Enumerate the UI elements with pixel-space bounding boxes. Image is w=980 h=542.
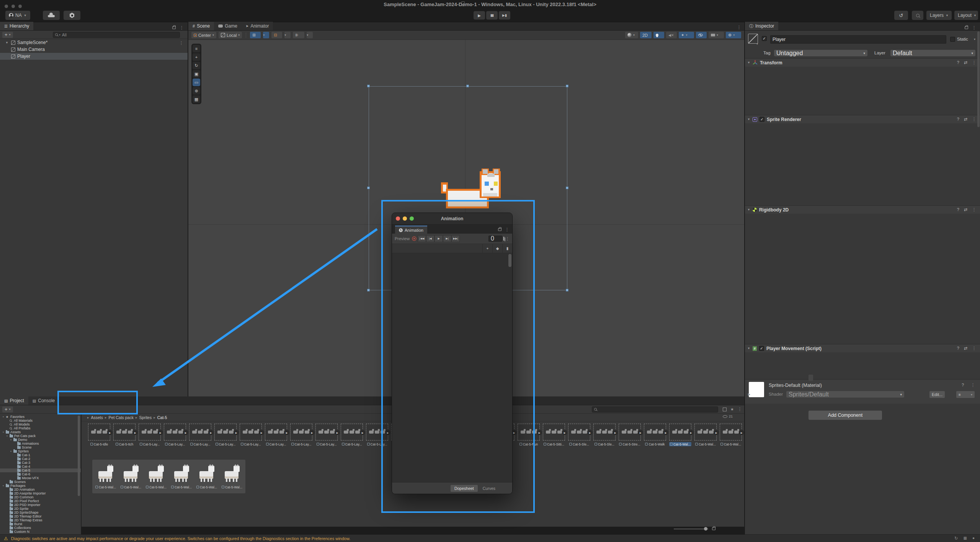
presets-icon[interactable]: ⇄ bbox=[964, 60, 967, 65]
hierarchy-add-button[interactable]: +▾ bbox=[2, 32, 13, 38]
hierarchy-item[interactable]: Player bbox=[0, 53, 188, 60]
sprite-frame-thumbnail[interactable] bbox=[198, 461, 215, 483]
rigidbody2d-header[interactable]: ▼ Rigidbody 2D ?⇄⋮ bbox=[745, 205, 980, 214]
sprite-sheet-item[interactable]: ▶ Cat-5-Wal... bbox=[694, 424, 717, 446]
static-dropdown[interactable]: ▾ bbox=[974, 38, 975, 41]
sprite-sheet-thumbnail[interactable]: ▶ bbox=[518, 424, 540, 440]
controls-menu-icon[interactable]: ⋮ bbox=[505, 236, 510, 241]
sprite-frame-item[interactable]: Cat-5-Wal... bbox=[119, 461, 143, 489]
gizmos-dropdown[interactable]: ⊕▾ bbox=[726, 32, 741, 38]
dopesheet-tab[interactable]: Dopesheet bbox=[451, 485, 478, 492]
sprite-sheet-item[interactable]: ▶ Cat-5-Sitti... bbox=[542, 424, 566, 446]
sprite-frame-item[interactable]: Cat-5-Wal... bbox=[94, 461, 118, 489]
project-tree-item[interactable]: ▼ Demo bbox=[0, 438, 81, 442]
sprite-sheet-item[interactable]: ▶ Cat-5-Lay... bbox=[239, 424, 263, 446]
transport-button[interactable]: ▶| bbox=[443, 235, 451, 242]
sprite-sheet-item[interactable]: ▶ Cat-5-Lay... bbox=[188, 424, 212, 446]
breadcrumb-item[interactable]: ▸Cat-5 bbox=[152, 415, 167, 420]
expand-play-button[interactable]: ▶ bbox=[638, 430, 643, 435]
expander-icon[interactable]: ▼ bbox=[5, 41, 9, 44]
sprite-sheet-item[interactable]: ▶ Cat-5-Lay... bbox=[264, 424, 288, 446]
help-icon[interactable]: ? bbox=[962, 383, 964, 387]
sprite-frame-item[interactable]: Cat-5-Wal... bbox=[144, 461, 168, 489]
project-tree-item[interactable]: Burst bbox=[0, 522, 81, 526]
expand-play-button[interactable]: ▶ bbox=[208, 430, 214, 435]
keyframe-tool-button[interactable]: ◆ bbox=[492, 244, 502, 253]
transport-button[interactable]: |◀ bbox=[426, 235, 434, 242]
sprite-sheet-item[interactable]: ▶ Cat-5-Lay... bbox=[214, 424, 237, 446]
draw-mode-dropdown[interactable]: ▾ bbox=[625, 32, 638, 38]
2d-toggle[interactable]: 2D bbox=[640, 32, 652, 38]
sprite-sheet-item[interactable]: ▶ Cat-5-Idle bbox=[87, 424, 111, 446]
project-tree-item[interactable]: Cat-3 bbox=[0, 461, 81, 465]
status-message[interactable]: Diagnostic switches are active and may i… bbox=[11, 536, 351, 541]
expand-play-button[interactable]: ▶ bbox=[234, 430, 239, 435]
tab-project[interactable]: ▤Project bbox=[0, 396, 28, 405]
hierarchy-search-input[interactable]: ▾All bbox=[53, 32, 180, 38]
project-tree-item[interactable]: All Prefabs bbox=[0, 426, 81, 430]
project-tree-item[interactable]: Animations bbox=[0, 442, 81, 445]
cloud-button[interactable] bbox=[43, 11, 60, 20]
project-tree-item[interactable]: Cat-5 bbox=[0, 468, 81, 472]
expand-play-button[interactable]: ▶ bbox=[259, 430, 264, 435]
component-menu-icon[interactable]: ⋮ bbox=[972, 60, 976, 65]
project-tree-item[interactable]: Meow-VFX bbox=[0, 476, 81, 480]
curves-tab[interactable]: Curves bbox=[479, 485, 499, 492]
pivot-rotation-dropdown[interactable]: Local▾ bbox=[219, 32, 242, 38]
tab-animator[interactable]: ➤Animator bbox=[242, 22, 273, 30]
project-tree-item[interactable]: ▼ Packages bbox=[0, 484, 81, 488]
transform-header[interactable]: ▼ Transform ?⇄⋮ bbox=[745, 58, 980, 67]
sprite-frame-thumbnail[interactable] bbox=[148, 461, 165, 483]
expand-play-button[interactable]: ▶ bbox=[385, 430, 390, 435]
expand-play-button[interactable]: ▶ bbox=[183, 430, 188, 435]
project-tree-item[interactable]: All Models bbox=[0, 422, 81, 426]
sprite-sheet-item[interactable]: ▶ Cat-5-Lay... bbox=[163, 424, 187, 446]
project-tree-item[interactable]: 2D Sprite bbox=[0, 507, 81, 511]
breadcrumb-item[interactable]: ▸Pet Cats pack bbox=[103, 415, 134, 420]
selection-handle[interactable] bbox=[566, 187, 568, 189]
shader-menu-button[interactable]: ≡▾ bbox=[956, 391, 975, 398]
project-tree-item[interactable]: 2D SpriteShape bbox=[0, 511, 81, 514]
activity-icon[interactable]: ● bbox=[972, 536, 975, 541]
expand-play-button[interactable]: ▶ bbox=[612, 430, 618, 435]
sprite-sheet-item[interactable]: ▶ Cat-5-Stre... bbox=[618, 424, 642, 446]
sprite-sheet-item[interactable]: ▶ Cat-5-Lay... bbox=[365, 424, 389, 446]
project-search-input[interactable] bbox=[592, 406, 718, 413]
tag-dropdown[interactable]: Untagged bbox=[774, 50, 867, 56]
hidden-count-badge[interactable]: 21 bbox=[723, 414, 733, 418]
project-tree-item[interactable]: All Materials bbox=[0, 419, 81, 422]
sprite-sheet-thumbnail[interactable]: ▶ bbox=[290, 424, 312, 440]
add-component-button[interactable] bbox=[808, 375, 813, 381]
sprite-frame-thumbnail[interactable] bbox=[224, 461, 240, 483]
scene-tool-button[interactable]: ▣ bbox=[193, 70, 200, 78]
project-tree-item[interactable]: 2D Pixel Perfect bbox=[0, 499, 81, 503]
project-tree-item[interactable]: Scene bbox=[0, 445, 81, 449]
component-enabled-checkbox[interactable] bbox=[759, 346, 764, 351]
expand-play-button[interactable]: ▶ bbox=[309, 430, 315, 435]
sprite-frame-item[interactable]: Cat-5-Wal... bbox=[170, 461, 193, 489]
project-tree-item[interactable]: Cat-4 bbox=[0, 465, 81, 468]
snap-increment-dropdown[interactable]: ▾ bbox=[307, 32, 313, 38]
expand-play-button[interactable]: ▶ bbox=[562, 430, 567, 435]
selection-handle[interactable] bbox=[367, 187, 370, 189]
magnet-snap-dropdown[interactable]: ▾ bbox=[284, 32, 291, 38]
sprite-sheet-item[interactable]: ▶ Cat-5-Sle... bbox=[567, 424, 591, 446]
hierarchy-item[interactable]: Main Camera bbox=[0, 46, 188, 53]
camera-dropdown[interactable]: ▾ bbox=[709, 32, 724, 38]
expander-icon[interactable]: ▼ bbox=[10, 450, 12, 452]
expand-play-button[interactable]: ▶ bbox=[714, 430, 719, 435]
search-button[interactable] bbox=[912, 11, 923, 20]
record-button[interactable] bbox=[412, 236, 416, 241]
expand-play-button[interactable]: ▶ bbox=[360, 430, 365, 435]
project-tree-item[interactable]: ▼ Pet Cats pack bbox=[0, 434, 81, 438]
frame-field[interactable]: 0 bbox=[488, 236, 502, 242]
expand-play-button[interactable]: ▶ bbox=[335, 430, 340, 435]
tab-game[interactable]: Game bbox=[214, 22, 242, 30]
sprite-sheet-thumbnail[interactable]: ▶ bbox=[341, 424, 363, 440]
shader-edit-button[interactable]: Edit... bbox=[929, 391, 945, 398]
tab-hierarchy[interactable]: ☰Hierarchy bbox=[0, 22, 33, 30]
project-tree-item[interactable]: ▼ Assets bbox=[0, 430, 81, 434]
sprite-sheet-item[interactable]: ▶ Cat-5-Lay... bbox=[315, 424, 338, 446]
selection-handle[interactable] bbox=[367, 289, 370, 291]
transport-button[interactable]: ▶ bbox=[434, 235, 443, 242]
